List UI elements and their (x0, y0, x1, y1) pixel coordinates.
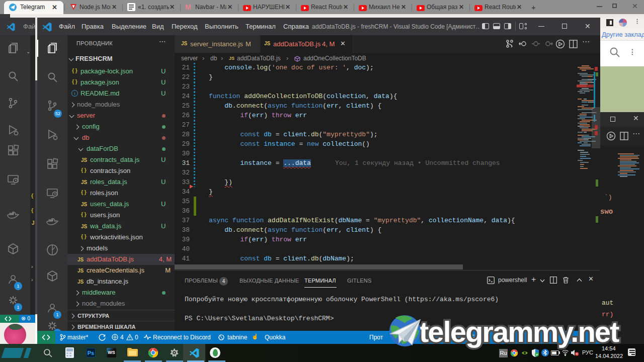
svg-text:telegrammy.net: telegrammy.net (419, 315, 619, 348)
